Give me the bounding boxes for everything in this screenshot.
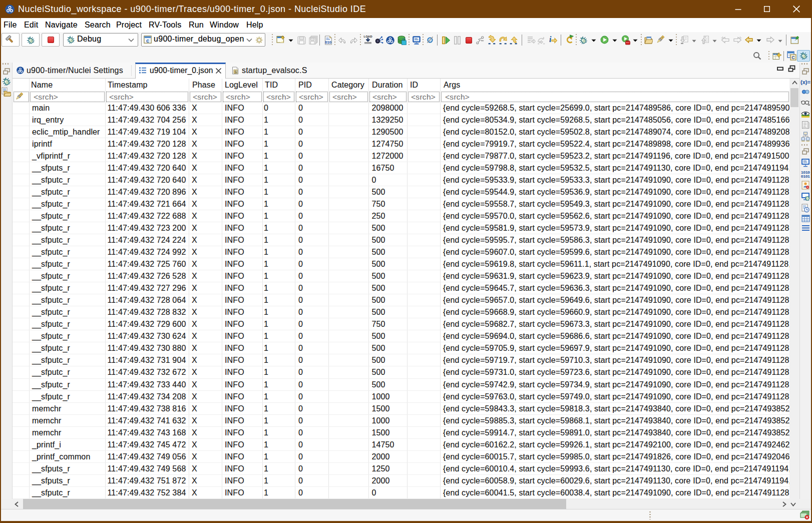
svg-text:010: 010 (325, 40, 331, 45)
svg-text:C: C (791, 55, 795, 60)
svg-text:LOAD: LOAD (364, 35, 373, 38)
svg-text:i: i (549, 36, 552, 44)
svg-text:S: S (234, 70, 237, 74)
svg-text:c: c (146, 38, 149, 44)
